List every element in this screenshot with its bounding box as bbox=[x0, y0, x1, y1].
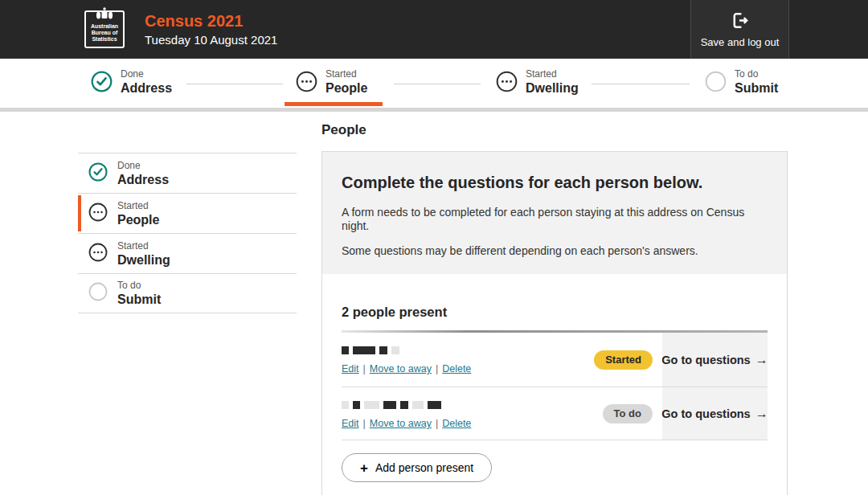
sidebar-item-status: Started bbox=[117, 240, 170, 252]
check-circle-icon bbox=[91, 71, 113, 92]
edit-link[interactable]: Edit bbox=[342, 418, 359, 429]
step-label: Dwelling bbox=[526, 80, 579, 96]
stepper-step-people[interactable]: Started People bbox=[296, 68, 367, 96]
go-to-questions-label: Go to questions bbox=[661, 407, 750, 420]
step-label: Submit bbox=[735, 80, 778, 96]
sidebar-item-status: Done bbox=[117, 160, 169, 172]
link-separator: | bbox=[363, 418, 366, 429]
add-person-present-button[interactable]: + Add person present bbox=[342, 453, 492, 482]
sidebar-item-address[interactable]: Done Address bbox=[78, 153, 297, 193]
active-step-indicator bbox=[285, 102, 383, 106]
go-to-questions-button[interactable]: Go to questions → bbox=[662, 333, 768, 387]
people-present-heading: 2 people present bbox=[342, 305, 768, 320]
move-to-away-link[interactable]: Move to away bbox=[370, 418, 432, 429]
card-body: 2 people present Edit|Move to away|Delet… bbox=[322, 305, 787, 495]
ellipsis-circle-icon bbox=[496, 71, 518, 92]
person-details: Edit|Move to away|Delete bbox=[342, 333, 594, 387]
card-intro-panel: Complete the questions for each person b… bbox=[322, 152, 787, 274]
app-header: Australian Bureau of Statistics Census 2… bbox=[0, 0, 868, 59]
card-paragraph: Some questions may be different dependin… bbox=[342, 244, 768, 258]
sidebar-item-people[interactable]: Started People bbox=[78, 193, 297, 233]
link-separator: | bbox=[436, 418, 438, 429]
abs-logo: Australian Bureau of Statistics bbox=[84, 10, 125, 48]
step-status: To do bbox=[735, 68, 778, 80]
save-and-logout-label: Save and log out bbox=[701, 36, 780, 48]
logout-icon bbox=[731, 11, 749, 32]
person-row: Edit|Move to away|Delete To do Go to que… bbox=[342, 387, 768, 440]
badge-cell: To do bbox=[603, 387, 653, 440]
stepper-step-submit[interactable]: To do Submit bbox=[705, 68, 778, 96]
link-separator: | bbox=[436, 363, 438, 374]
stepper-connector bbox=[394, 84, 481, 84]
step-status: Started bbox=[526, 68, 579, 80]
person-actions: Edit|Move to away|Delete bbox=[342, 418, 603, 429]
person-row: Edit|Move to away|Delete Started Go to q… bbox=[342, 333, 768, 387]
card-heading: Complete the questions for each person b… bbox=[342, 174, 768, 192]
people-section-card: Complete the questions for each person b… bbox=[321, 151, 788, 495]
header-divider bbox=[0, 108, 868, 112]
sidebar-item-status: Started bbox=[117, 200, 159, 212]
step-label: Address bbox=[121, 80, 172, 96]
census-app: Australian Bureau of Statistics Census 2… bbox=[0, 0, 868, 495]
ellipsis-circle-icon bbox=[296, 71, 317, 92]
stepper-step-dwelling[interactable]: Started Dwelling bbox=[496, 68, 579, 96]
sidebar-item-label: Submit bbox=[117, 292, 161, 307]
redacted-person-name bbox=[342, 346, 594, 354]
person-details: Edit|Move to away|Delete bbox=[342, 387, 603, 440]
ellipsis-circle-icon bbox=[88, 243, 108, 265]
census-date: Tuesday 10 August 2021 bbox=[145, 33, 277, 47]
stepper-connector bbox=[592, 84, 690, 84]
ellipsis-circle-icon bbox=[88, 202, 108, 225]
section-nav-sidebar: Done Address Started People bbox=[78, 153, 297, 313]
page-title: People bbox=[321, 122, 366, 138]
arrow-right-icon: → bbox=[755, 353, 768, 367]
add-person-present-label: Add person present bbox=[375, 461, 473, 474]
sidebar-item-dwelling[interactable]: Started Dwelling bbox=[78, 233, 297, 273]
stepper-connector bbox=[186, 84, 283, 84]
redacted-person-name bbox=[342, 401, 603, 409]
stepper-step-address[interactable]: Done Address bbox=[91, 68, 172, 96]
person-actions: Edit|Move to away|Delete bbox=[342, 363, 594, 374]
arrow-right-icon: → bbox=[755, 407, 768, 421]
progress-stepper: Done Address Started People bbox=[0, 59, 868, 108]
sidebar-item-label: People bbox=[117, 212, 159, 227]
badge-cell: Started bbox=[594, 333, 653, 387]
save-and-logout-button[interactable]: Save and log out bbox=[690, 0, 789, 59]
abs-logo-text: Australian Bureau of Statistics bbox=[86, 23, 123, 43]
move-to-away-link[interactable]: Move to away bbox=[370, 363, 432, 374]
sidebar-item-label: Dwelling bbox=[117, 252, 170, 268]
edit-link[interactable]: Edit bbox=[342, 363, 359, 374]
coat-of-arms-icon bbox=[95, 7, 114, 24]
delete-link[interactable]: Delete bbox=[442, 363, 471, 374]
status-badge: Started bbox=[594, 350, 653, 370]
link-separator: | bbox=[363, 363, 366, 374]
go-to-questions-label: Go to questions bbox=[661, 354, 750, 366]
empty-circle-icon bbox=[705, 71, 727, 92]
card-paragraph: A form needs to be completed for each pe… bbox=[342, 206, 768, 233]
step-status: Done bbox=[121, 68, 172, 80]
check-circle-icon bbox=[88, 162, 108, 185]
app-title: Census 2021 bbox=[145, 12, 243, 31]
status-badge: To do bbox=[603, 404, 653, 423]
sidebar-item-label: Address bbox=[117, 172, 169, 187]
go-to-questions-button[interactable]: Go to questions → bbox=[662, 387, 768, 440]
empty-circle-icon bbox=[88, 282, 108, 305]
delete-link[interactable]: Delete bbox=[442, 418, 471, 429]
sidebar-item-status: To do bbox=[117, 280, 161, 292]
step-status: Started bbox=[326, 68, 367, 80]
plus-icon: + bbox=[360, 461, 368, 475]
step-label: People bbox=[326, 80, 367, 96]
sidebar-item-submit[interactable]: To do Submit bbox=[78, 273, 297, 313]
